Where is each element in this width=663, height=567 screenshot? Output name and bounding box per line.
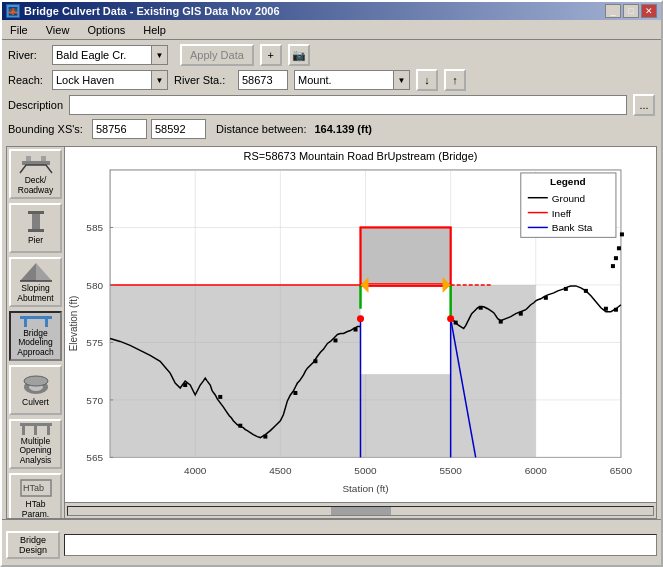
add-icon-button[interactable]: + xyxy=(260,44,282,66)
sidebar-item-bridge-modeling[interactable]: BridgeModelingApproach xyxy=(9,311,62,361)
svg-text:4000: 4000 xyxy=(184,465,207,476)
sidebar: Deck/Roadway Pier xyxy=(7,147,65,518)
mount-combobox[interactable]: ▼ xyxy=(294,70,410,90)
svg-marker-7 xyxy=(36,263,52,281)
sidebar-item-multiple-opening[interactable]: MultipleOpeningAnalysis xyxy=(9,419,62,469)
svg-rect-18 xyxy=(34,423,37,435)
river-sta-input[interactable] xyxy=(238,70,288,90)
scrollbar-track[interactable] xyxy=(67,506,654,516)
window-title: Bridge Culvert Data - Existing GIS Data … xyxy=(24,5,280,17)
description-menu-button[interactable]: ... xyxy=(633,94,655,116)
sidebar-item-pier[interactable]: Pier xyxy=(9,203,62,253)
menu-bar: File View Options Help xyxy=(2,20,661,40)
svg-text:565: 565 xyxy=(86,452,103,463)
svg-text:Ground: Ground xyxy=(552,193,585,204)
scrollbar-thumb[interactable] xyxy=(331,507,391,515)
river-input[interactable] xyxy=(52,45,152,65)
description-label: Description xyxy=(8,99,63,111)
pier-label: Pier xyxy=(28,236,43,245)
svg-text:5000: 5000 xyxy=(354,465,377,476)
reach-dropdown-arrow[interactable]: ▼ xyxy=(152,70,168,90)
sloping-abutment-icon xyxy=(18,261,54,282)
svg-rect-65 xyxy=(479,306,483,310)
reach-combobox[interactable]: ▼ xyxy=(52,70,168,90)
svg-rect-71 xyxy=(604,307,608,311)
svg-text:Bank Sta: Bank Sta xyxy=(552,222,593,233)
svg-rect-4 xyxy=(28,229,44,232)
svg-rect-56 xyxy=(183,383,187,387)
bound1-input[interactable] xyxy=(92,119,147,139)
menu-help[interactable]: Help xyxy=(139,22,170,38)
culvert-icon xyxy=(18,372,54,396)
svg-text:HTab: HTab xyxy=(23,483,44,493)
reach-input[interactable] xyxy=(52,70,152,90)
distance-label: Distance between: xyxy=(216,123,307,135)
svg-rect-73 xyxy=(611,264,615,268)
river-dropdown-arrow[interactable]: ▼ xyxy=(152,45,168,65)
controls-area: River: ▼ Apply Data + 📷 Reach: ▼ River S… xyxy=(2,40,661,146)
river-label: River: xyxy=(8,49,46,61)
svg-point-82 xyxy=(357,316,363,322)
bottom-input[interactable] xyxy=(64,534,657,556)
camera-icon-button[interactable]: 📷 xyxy=(288,44,310,66)
svg-rect-75 xyxy=(617,246,621,250)
bridge-design-button[interactable]: Bridge Design xyxy=(6,531,60,559)
sidebar-item-sloping-abutment[interactable]: SlopingAbutment xyxy=(9,257,62,307)
multiple-opening-label: MultipleOpeningAnalysis xyxy=(19,437,51,465)
bound2-input[interactable] xyxy=(151,119,206,139)
svg-text:Ineff: Ineff xyxy=(552,208,572,219)
description-input[interactable] xyxy=(69,95,627,115)
svg-rect-74 xyxy=(614,256,618,260)
svg-rect-19 xyxy=(47,423,50,435)
svg-rect-10 xyxy=(24,316,27,327)
bottom-area: Bridge Design xyxy=(2,519,661,567)
menu-view[interactable]: View xyxy=(42,22,74,38)
sidebar-item-deck-roadway[interactable]: Deck/Roadway xyxy=(9,149,62,199)
svg-rect-17 xyxy=(22,423,25,435)
svg-text:575: 575 xyxy=(86,337,103,348)
horizontal-scrollbar[interactable] xyxy=(65,502,656,518)
nav-up-button[interactable]: ↑ xyxy=(444,69,466,91)
chart-area: RS=58673 Mountain Road BrUpstream (Bridg… xyxy=(65,147,656,518)
svg-rect-76 xyxy=(620,232,624,236)
mount-input[interactable] xyxy=(294,70,394,90)
svg-text:6000: 6000 xyxy=(525,465,548,476)
svg-rect-61 xyxy=(313,359,317,363)
menu-file[interactable]: File xyxy=(6,22,32,38)
nav-down-button[interactable]: ↓ xyxy=(416,69,438,91)
chart-title: RS=58673 Mountain Road BrUpstream (Bridg… xyxy=(65,147,656,165)
svg-text:Elevation (ft): Elevation (ft) xyxy=(68,296,79,352)
svg-rect-67 xyxy=(519,312,523,316)
svg-rect-70 xyxy=(584,289,588,293)
svg-rect-1 xyxy=(26,156,31,161)
svg-rect-5 xyxy=(28,211,44,214)
deck-roadway-label: Deck/Roadway xyxy=(18,176,53,195)
svg-text:Station (ft): Station (ft) xyxy=(342,483,388,494)
htab-param-label: HTabParam. xyxy=(22,500,49,518)
deck-icon xyxy=(18,153,54,174)
svg-rect-11 xyxy=(45,316,48,327)
svg-marker-6 xyxy=(20,263,36,281)
sidebar-item-htab-param[interactable]: HTab HTabParam. xyxy=(9,473,62,518)
maximize-button[interactable]: □ xyxy=(623,4,639,18)
mount-dropdown-arrow[interactable]: ▼ xyxy=(394,70,410,90)
pier-icon xyxy=(18,210,54,234)
menu-options[interactable]: Options xyxy=(83,22,129,38)
minimize-button[interactable]: _ xyxy=(605,4,621,18)
window-controls[interactable]: _ □ ✕ xyxy=(605,4,657,18)
svg-rect-50 xyxy=(361,285,451,374)
svg-point-83 xyxy=(448,316,454,322)
apply-data-button[interactable]: Apply Data xyxy=(180,44,254,66)
reach-label: Reach: xyxy=(8,74,46,86)
svg-rect-64 xyxy=(454,321,458,325)
svg-rect-2 xyxy=(41,156,46,161)
svg-rect-60 xyxy=(293,391,297,395)
content-area: Deck/Roadway Pier xyxy=(6,146,657,519)
app-icon: 🌉 xyxy=(6,4,20,18)
sidebar-item-culvert[interactable]: Culvert xyxy=(9,365,62,415)
close-button[interactable]: ✕ xyxy=(641,4,657,18)
htab-param-icon: HTab xyxy=(18,477,54,498)
svg-text:570: 570 xyxy=(86,395,103,406)
svg-text:6500: 6500 xyxy=(610,465,633,476)
river-combobox[interactable]: ▼ xyxy=(52,45,168,65)
